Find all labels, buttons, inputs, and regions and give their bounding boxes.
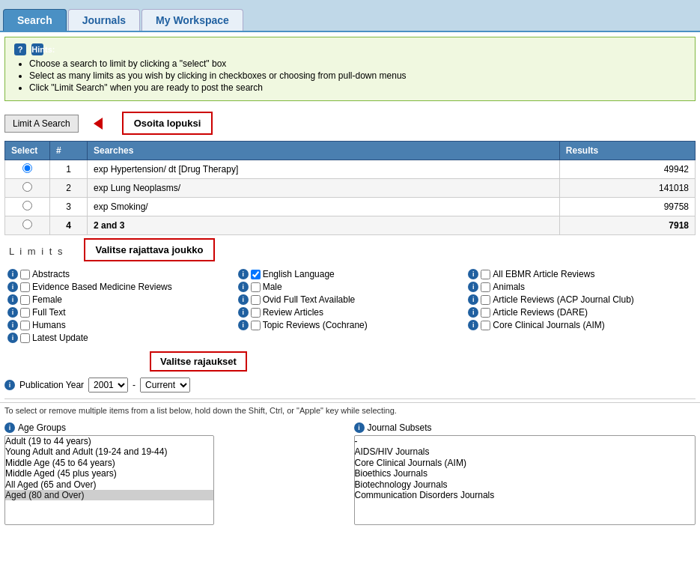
limit-search-button[interactable]: Limit A Search <box>4 115 79 133</box>
table-row: 2exp Lung Neoplasms/141018 <box>5 179 696 198</box>
pub-year-from-select[interactable]: 1900195019601970198019901995200020012002… <box>88 378 128 392</box>
bottom-lists: i Age Groups Adult (19 to 44 years)Young… <box>0 418 700 530</box>
search-radio-4[interactable] <box>22 219 32 229</box>
limit-label: Male <box>263 282 282 292</box>
limits-label: L i m i t s <box>4 241 69 258</box>
limit-checkbox[interactable] <box>20 270 30 279</box>
annotation-valitse-joukko-box: Valitse rajattava joukko <box>84 238 216 261</box>
limit-item: iAll EBMR Article Reviews <box>468 269 693 279</box>
pub-year-to-select[interactable]: Current202420232022202120202019201820172… <box>140 378 190 392</box>
limits-col-1: iAbstractsiEvidence Based Medicine Revie… <box>4 267 235 347</box>
info-icon[interactable]: i <box>468 320 478 330</box>
info-icon[interactable]: i <box>468 307 478 318</box>
limit-checkbox[interactable] <box>481 282 490 292</box>
limit-item: iHumans <box>7 320 232 330</box>
annotation-valitse-rajaukset-box: Valitse rajaukset <box>150 351 247 372</box>
limit-checkbox[interactable] <box>481 270 490 279</box>
info-icon[interactable]: i <box>468 269 478 279</box>
info-icon[interactable]: i <box>7 294 18 305</box>
search-cell: exp Hypertension/ dt [Drug Therapy] <box>88 160 560 179</box>
limit-item: iTopic Reviews (Cochrane) <box>238 320 463 330</box>
limit-checkbox[interactable] <box>251 270 261 279</box>
info-icon[interactable]: i <box>238 294 249 305</box>
limit-label: Abstracts <box>32 269 70 279</box>
hint-item-1: Choose a search to limit by clicking a "… <box>29 58 686 69</box>
limit-checkbox[interactable] <box>20 333 30 343</box>
limit-label: Evidence Based Medicine Reviews <box>32 282 172 292</box>
info-icon[interactable]: i <box>238 320 249 330</box>
info-icon[interactable]: i <box>238 282 249 292</box>
select-cell[interactable] <box>5 160 50 179</box>
search-radio-3[interactable] <box>22 201 32 210</box>
limit-checkbox[interactable] <box>481 308 490 318</box>
num-cell: 4 <box>50 216 88 235</box>
limit-checkbox[interactable] <box>20 321 30 330</box>
info-icon[interactable]: i <box>7 333 18 343</box>
limit-label: Article Reviews (DARE) <box>493 307 588 318</box>
age-groups-section: i Age Groups Adult (19 to 44 years)Young… <box>4 422 347 525</box>
info-icon[interactable]: i <box>238 269 249 279</box>
select-cell[interactable] <box>5 216 50 235</box>
limits-grid: iAbstractsiEvidence Based Medicine Revie… <box>4 267 696 347</box>
limit-label: Ovid Full Text Available <box>263 294 356 305</box>
limit-checkbox[interactable] <box>481 321 490 330</box>
limits-col-3: iAll EBMR Article ReviewsiAnimalsiArticl… <box>465 267 696 347</box>
journal-subsets-section: i Journal Subsets -AIDS/HIV JournalsCore… <box>354 422 696 525</box>
age-groups-label: Age Groups <box>18 422 66 433</box>
num-cell: 1 <box>50 160 88 179</box>
limit-item: iFull Text <box>7 307 232 318</box>
limit-item: iOvid Full Text Available <box>238 294 463 305</box>
info-icon-journal: i <box>354 422 365 433</box>
pub-year-label: Publication Year <box>19 380 84 390</box>
results-cell: 99758 <box>559 198 695 216</box>
info-icon[interactable]: i <box>7 269 18 279</box>
annotation-osoita-box: Osoita lopuksi <box>122 112 213 135</box>
tab-search[interactable]: Search <box>3 9 67 31</box>
search-radio-1[interactable] <box>22 163 32 173</box>
search-radio-2[interactable] <box>22 182 32 192</box>
pub-year-row: i Publication Year 190019501960197019801… <box>0 375 700 395</box>
info-icon-age: i <box>4 422 15 433</box>
limit-checkbox[interactable] <box>481 295 490 305</box>
limit-item: iArticle Reviews (DARE) <box>468 307 693 318</box>
info-icon[interactable]: i <box>7 320 18 330</box>
search-cell: exp Lung Neoplasms/ <box>88 179 560 198</box>
age-groups-select[interactable]: Adult (19 to 44 years)Young Adult and Ad… <box>4 435 214 525</box>
results-cell: 7918 <box>559 216 695 235</box>
hints-list: Choose a search to limit by clicking a "… <box>29 58 686 93</box>
arrow-right-icon <box>94 118 103 130</box>
tab-workspace[interactable]: My Workspace <box>141 9 243 31</box>
journal-subsets-select[interactable]: -AIDS/HIV JournalsCore Clinical Journals… <box>354 435 696 525</box>
info-icon[interactable]: i <box>238 307 249 318</box>
limit-item: iMale <box>238 282 463 292</box>
limit-checkbox[interactable] <box>20 308 30 318</box>
limit-label: Female <box>32 294 62 305</box>
limit-checkbox[interactable] <box>20 282 30 292</box>
tabs-bar: Search Journals My Workspace <box>0 0 700 32</box>
select-cell[interactable] <box>5 179 50 198</box>
tab-journals[interactable]: Journals <box>68 9 140 31</box>
select-cell[interactable] <box>5 198 50 216</box>
info-icon[interactable]: i <box>7 307 18 318</box>
search-cell: exp Smoking/ <box>88 198 560 216</box>
limit-label: Article Reviews (ACP Journal Club) <box>493 294 634 305</box>
limit-checkbox[interactable] <box>251 308 261 318</box>
hint-item-2: Select as many limits as you wish by cli… <box>29 70 686 81</box>
info-icon[interactable]: i <box>7 282 18 292</box>
search-table: Select # Searches Results 1exp Hypertens… <box>4 141 696 235</box>
results-cell: 49942 <box>559 160 695 179</box>
valitse-rajaukset-row: Valitse rajaukset <box>0 350 700 375</box>
limit-item: iArticle Reviews (ACP Journal Club) <box>468 294 693 305</box>
limit-checkbox[interactable] <box>251 321 261 330</box>
info-icon[interactable]: i <box>468 282 478 292</box>
limit-checkbox[interactable] <box>20 295 30 305</box>
limit-checkbox[interactable] <box>251 282 261 292</box>
limit-label: Core Clinical Journals (AIM) <box>493 320 604 330</box>
hint-item-3: Click "Limit Search" when you are ready … <box>29 82 686 93</box>
question-icon: ? <box>14 43 26 55</box>
col-results: Results <box>559 142 695 160</box>
pub-year-dash: - <box>133 380 136 390</box>
limit-checkbox[interactable] <box>251 295 261 305</box>
info-icon[interactable]: i <box>468 294 478 305</box>
limit-item: iFemale <box>7 294 232 305</box>
